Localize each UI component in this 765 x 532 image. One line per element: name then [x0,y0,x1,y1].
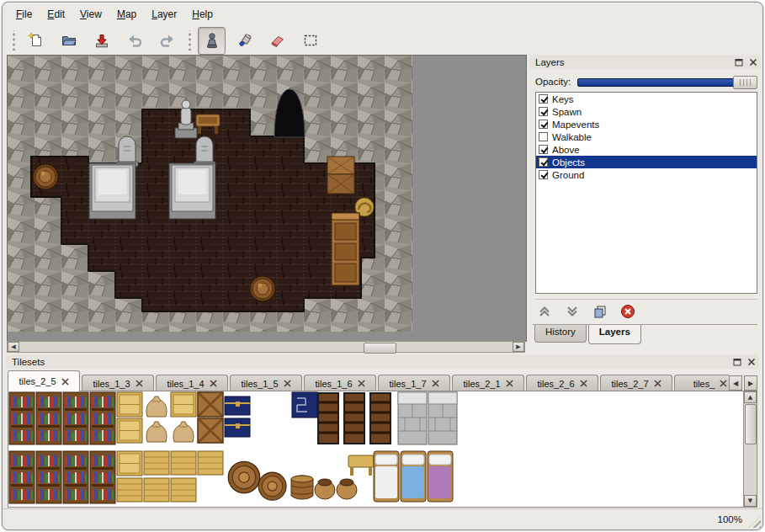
close-icon [747,358,756,366]
tileset-tab[interactable]: tiles_1_7 [378,375,450,391]
dock-close-button[interactable] [747,56,758,67]
layer-checkbox[interactable] [539,170,548,179]
status-bar: 100% [3,508,762,529]
tileset-tab[interactable]: tiles_2_5 [8,370,80,391]
opacity-slider-groove[interactable] [577,78,757,87]
menu-help[interactable]: Help [185,7,220,22]
tilesets-dock: Tilesets tiles_2_5 [6,354,759,509]
layer-checkbox[interactable] [539,107,548,116]
tileset-vertical-scrollbar[interactable]: ▲ ▼ [743,391,757,507]
tab-scroll-right-icon[interactable]: ▶ [744,375,757,391]
layer-label: Ground [552,170,584,180]
tileset-tab[interactable]: tiles_ [674,375,729,391]
tileset-tab[interactable]: tiles_2_7 [600,375,672,391]
layer-checkbox[interactable] [539,145,548,154]
layers-dock-titlebar[interactable]: Layers [529,55,761,69]
layer-row[interactable]: Objects [536,156,757,168]
map-horizontal-scrollbar[interactable]: ◀ ▶ [7,341,525,353]
layer-row[interactable]: Keys [536,93,757,105]
layer-row[interactable]: Above [536,143,757,156]
delete-layer-button[interactable] [619,302,637,321]
map-canvas-frame [7,55,527,342]
tileset-tab[interactable]: tiles_2_6 [526,375,598,391]
raise-layer-button[interactable] [535,302,554,321]
layer-checkbox[interactable] [539,120,548,129]
toolbar-drag-handle[interactable] [11,30,16,51]
tileset-tab-label: tiles_1_4 [167,379,204,389]
scroll-right-arrow-icon[interactable]: ▶ [513,342,524,352]
tileset-view: ▲ ▼ [8,391,757,508]
tileset-tab-label: tiles_1_3 [93,379,130,389]
tab-close-icon[interactable] [654,380,661,387]
opacity-row: Opacity: [535,75,757,88]
paint-bucket-icon [236,32,253,49]
open-folder-icon [61,32,77,49]
tab-close-icon[interactable] [284,380,291,387]
tab-close-icon[interactable] [210,380,217,387]
vertical-scroll-thumb[interactable] [745,404,757,444]
tileset-tab[interactable]: tiles_1_6 [304,375,376,391]
tileset-tab[interactable]: tiles_2_1 [452,375,524,391]
tileset-tab-label: tiles_ [693,379,715,389]
tileset-tab[interactable]: tiles_1_4 [156,375,228,391]
menu-view[interactable]: View [73,7,109,22]
tab-close-icon[interactable] [506,380,513,387]
tab-scroll-left-icon[interactable]: ◀ [729,375,742,391]
scroll-down-arrow-icon[interactable]: ▼ [744,495,757,507]
tab-close-icon[interactable] [580,380,587,387]
dock-float-button[interactable] [733,56,744,67]
layer-row[interactable]: Spawn [536,105,757,118]
lower-layer-button[interactable] [563,302,582,321]
tileset-tab-label: tiles_2_5 [19,376,56,386]
tab-close-icon[interactable] [432,380,439,387]
delete-layer-icon [620,304,635,319]
select-tool-button[interactable] [296,27,324,55]
layer-checkbox[interactable] [539,157,548,167]
layer-checkbox[interactable] [539,132,548,141]
tab-history[interactable]: History [534,325,587,343]
crypt-slab [169,163,215,219]
tileset-tab-label: tiles_1_7 [389,379,426,389]
tileset-tab[interactable]: tiles_1_5 [230,375,302,391]
toolbar-drag-handle[interactable] [187,30,192,51]
layer-label: Objects [552,157,585,168]
tab-layers[interactable]: Layers [588,325,641,344]
tab-close-icon[interactable] [720,380,727,387]
layer-row[interactable]: Ground [536,168,757,181]
save-button[interactable] [88,27,115,55]
tileset-tab[interactable]: tiles_1_3 [82,375,154,391]
layer-list[interactable]: Keys Spawn Mapevents Walkable Above Obje… [535,92,757,294]
layer-row[interactable]: Mapevents [536,118,757,130]
dock-float-button[interactable] [731,356,742,367]
opacity-label: Opacity: [535,77,571,87]
duplicate-layer-button[interactable] [591,302,609,321]
tab-close-icon[interactable] [358,380,365,387]
resize-grip[interactable] [749,516,761,528]
opacity-slider[interactable] [577,75,757,88]
tilesets-dock-titlebar[interactable]: Tilesets [6,354,759,369]
menu-edit[interactable]: Edit [40,7,72,22]
opacity-slider-handle[interactable] [733,76,757,89]
redo-button[interactable] [153,27,181,55]
tab-close-icon[interactable] [135,380,143,387]
menu-file[interactable]: File [9,7,39,22]
dock-close-button[interactable] [746,356,757,367]
menu-layer[interactable]: Layer [145,7,183,22]
map-canvas[interactable] [8,56,524,339]
horizontal-scroll-thumb[interactable] [364,343,396,354]
open-button[interactable] [55,27,82,55]
layer-row[interactable]: Walkable [536,130,757,143]
layer-checkbox[interactable] [539,94,548,104]
fill-tool-button[interactable] [231,27,258,55]
tileset-canvas[interactable] [8,391,746,505]
toolbar [8,25,757,56]
scroll-left-arrow-icon[interactable]: ◀ [8,342,19,352]
menu-map[interactable]: Map [110,7,143,22]
eraser-tool-button[interactable] [263,27,291,55]
new-map-button[interactable] [22,27,50,55]
stamp-tool-button[interactable] [198,27,226,55]
undo-button[interactable] [120,27,148,55]
tab-close-icon[interactable] [61,378,69,386]
save-icon [93,32,110,49]
scroll-up-arrow-icon[interactable]: ▲ [744,391,757,403]
